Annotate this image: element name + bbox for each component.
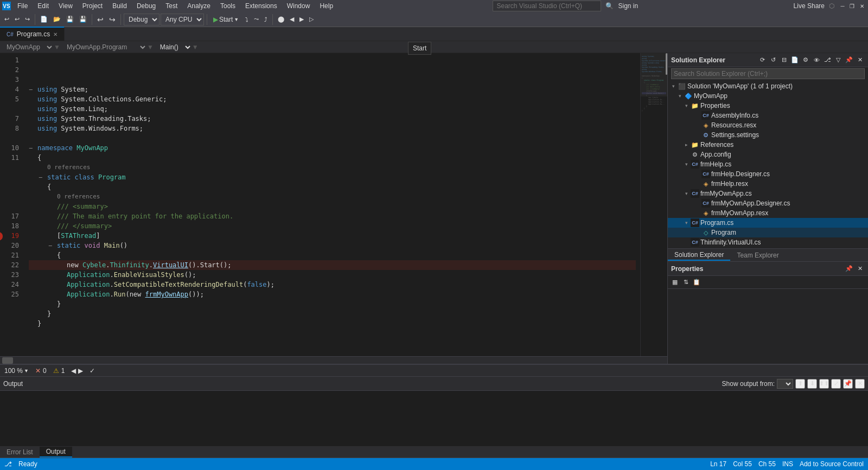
tab-close-button[interactable]: ✕ xyxy=(53,31,58,37)
tab-program-cs[interactable]: C# Program.cs ✕ xyxy=(0,27,65,41)
tree-item-frmmyownapp-resx[interactable]: ◈ frmMyOwnApp.resx xyxy=(668,208,868,218)
se-collapse-button[interactable]: ⊟ xyxy=(779,55,789,65)
go-back-button[interactable]: ↩ xyxy=(2,14,11,25)
expand-frmhelp[interactable]: ▾ xyxy=(683,161,690,168)
se-search-input[interactable] xyxy=(671,68,865,79)
expand-myownapp[interactable]: ▾ xyxy=(676,93,683,99)
status-col[interactable]: Col 55 xyxy=(733,460,752,468)
step-out-button[interactable]: ⤴ xyxy=(262,14,270,25)
expand-solution[interactable]: ▾ xyxy=(670,83,676,89)
step-into-button[interactable]: ⤵ xyxy=(243,14,251,25)
bottom-tab-output[interactable]: Output xyxy=(40,447,72,458)
code-content[interactable]: − using System; using System.Collections… xyxy=(24,53,640,356)
more-button[interactable]: ▷ xyxy=(307,14,316,25)
expand-program-cs[interactable]: ▾ xyxy=(683,220,690,226)
tree-item-assemblyinfo[interactable]: C# AssemblyInfo.cs xyxy=(668,111,868,120)
prop-grid-button[interactable]: ▦ xyxy=(670,278,680,287)
undo-button[interactable]: ↩ xyxy=(12,14,22,25)
tree-item-solution[interactable]: ▾ ⬛ Solution 'MyOwnApp' (1 of 1 project) xyxy=(668,81,868,91)
save-button[interactable]: 💾 xyxy=(64,14,76,25)
virtualui-link[interactable]: VirtualUI xyxy=(153,260,188,270)
tree-item-program-class[interactable]: ◇ Program xyxy=(668,228,868,237)
warning-count[interactable]: ⚠ 1 xyxy=(53,367,65,375)
menu-help[interactable]: Help xyxy=(315,1,337,11)
step-over-button[interactable]: ⤳ xyxy=(252,14,261,25)
se-tree[interactable]: ▾ ⬛ Solution 'MyOwnApp' (1 of 1 project)… xyxy=(668,80,868,248)
new-project-button[interactable]: 📄 xyxy=(38,14,50,25)
zoom-indicator[interactable]: 100 % ▼ xyxy=(4,367,29,375)
nav-project-select[interactable]: MyOwnApp xyxy=(0,42,54,53)
menu-analyze[interactable]: Analyze xyxy=(183,1,215,11)
output-btn-3[interactable]: ⬆⬆ xyxy=(819,379,829,389)
se-close-se-button[interactable]: ✕ xyxy=(855,55,865,65)
se-preview-button[interactable]: 👁 xyxy=(812,55,821,65)
se-show-all-button[interactable]: 📄 xyxy=(790,55,800,65)
debug-mode-select[interactable]: Debug xyxy=(124,14,159,25)
tree-item-references[interactable]: ▸ 📁 References xyxy=(668,140,868,150)
restore-button[interactable]: ❐ xyxy=(848,2,856,10)
error-count[interactable]: ✕ 0 xyxy=(35,367,47,375)
tree-item-appconfig[interactable]: ⚙ App.config xyxy=(668,150,868,159)
code-editor[interactable]: ⬤ ▶ 1 2 3 4 5 7 8 10 11 xyxy=(0,53,667,356)
status-git-icon[interactable]: ⎇ xyxy=(4,460,12,468)
tree-item-program-cs[interactable]: ▾ C# Program.cs xyxy=(668,218,868,228)
share-icon[interactable]: ⬡ xyxy=(829,2,834,10)
nav-method-select[interactable]: Main() xyxy=(154,42,192,53)
se-properties-button[interactable]: ⚙ xyxy=(801,55,810,65)
tree-item-frmmyownapp[interactable]: ▾ C# frmMyOwnApp.cs xyxy=(668,189,868,198)
undo2-button[interactable]: ↩ xyxy=(95,14,106,25)
minimap[interactable]: using System; using System.Collections.G… xyxy=(640,53,667,356)
prop-pages-button[interactable]: 📋 xyxy=(692,278,701,287)
redo-button[interactable]: ↪ xyxy=(23,14,32,25)
prop-close-button[interactable]: ✕ xyxy=(855,264,865,274)
menu-window[interactable]: Window xyxy=(283,1,315,11)
output-btn-2[interactable]: ⬇ xyxy=(807,379,817,389)
breakpoint-button[interactable]: ⬤ xyxy=(276,14,286,25)
collapse-7[interactable]: − xyxy=(29,143,36,153)
se-sync-button[interactable]: ⟳ xyxy=(757,55,767,65)
se-pin-button[interactable]: 📌 xyxy=(844,55,854,65)
menu-edit[interactable]: Edit xyxy=(33,1,53,11)
collapse-1[interactable]: − xyxy=(29,85,36,94)
redo2-button[interactable]: ↪ xyxy=(107,14,118,25)
minimize-button[interactable]: ─ xyxy=(839,2,846,10)
save-all-button[interactable]: 💾 xyxy=(77,14,89,25)
search-icon[interactable]: 🔍 xyxy=(605,2,614,10)
close-button[interactable]: ✕ xyxy=(858,2,866,10)
cpu-select[interactable]: Any CPU xyxy=(161,14,204,25)
tree-item-settings[interactable]: ⚙ Settings.settings xyxy=(668,130,868,140)
nav-right-button[interactable]: ▶ xyxy=(78,367,83,375)
editor-hscrollbar[interactable] xyxy=(0,356,667,364)
open-button[interactable]: 📂 xyxy=(51,14,63,25)
menu-debug[interactable]: Debug xyxy=(132,1,160,11)
bottom-tab-errorlist[interactable]: Error List xyxy=(0,447,40,457)
expand-frmmyownapp[interactable]: ▾ xyxy=(683,190,690,197)
tree-item-frmmyownapp-designer[interactable]: C# frmMyOwnApp.Designer.cs xyxy=(668,198,868,208)
tree-item-frmhelp-resx[interactable]: ◈ frmHelp.resx xyxy=(668,179,868,189)
tree-item-myownapp[interactable]: ▾ 🔷 MyOwnApp xyxy=(668,91,868,101)
menu-build[interactable]: Build xyxy=(108,1,131,11)
status-ins[interactable]: INS xyxy=(782,460,793,468)
tree-item-frmhelp-designer[interactable]: C# frmHelp.Designer.cs xyxy=(668,169,868,179)
frmmyownapp-link[interactable]: frmMyOwnApp xyxy=(145,289,188,299)
output-btn-4[interactable]: ⤢ xyxy=(831,379,841,389)
prop-sort-button[interactable]: ⇅ xyxy=(681,278,691,287)
zoom-dropdown-icon[interactable]: ▼ xyxy=(24,368,29,374)
add-source-control[interactable]: Add to Source Control xyxy=(800,460,864,468)
se-tab-team-explorer[interactable]: Team Explorer xyxy=(730,250,785,260)
tree-item-properties[interactable]: ▾ 📁 Properties xyxy=(668,101,868,111)
prop-pin-button[interactable]: 📌 xyxy=(844,264,854,274)
se-refresh-button[interactable]: ↺ xyxy=(768,55,778,65)
expand-properties[interactable]: ▾ xyxy=(683,102,690,109)
nav-class-select[interactable]: MyOwnApp.Program xyxy=(60,42,147,53)
se-tab-solution-explorer[interactable]: Solution Explorer xyxy=(668,250,730,261)
expand-references[interactable]: ▸ xyxy=(683,141,690,148)
tree-item-resources-resx[interactable]: ◈ Resources.resx xyxy=(668,120,868,130)
output-pin-button[interactable]: 📌 xyxy=(843,379,853,389)
live-share-link[interactable]: Live Share xyxy=(794,2,825,10)
menu-extensions[interactable]: Extensions xyxy=(241,1,282,11)
tree-item-thinfinity[interactable]: C# Thinfinity.VirtualUI.cs xyxy=(668,237,868,247)
collapse-10[interactable]: − xyxy=(39,172,46,182)
nav-prev-button[interactable]: ◀ xyxy=(288,14,296,25)
menu-tools[interactable]: Tools xyxy=(216,1,240,11)
